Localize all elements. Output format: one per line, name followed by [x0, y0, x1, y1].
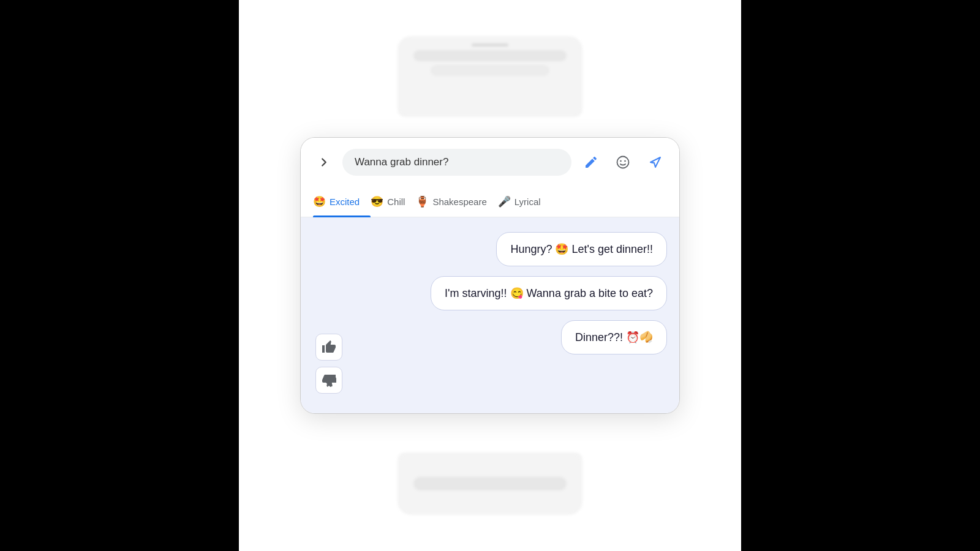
phone-top-row-1 — [413, 50, 567, 61]
shakespeare-emoji: 🏺 — [416, 195, 429, 208]
lyrical-emoji: 🎤 — [498, 195, 511, 208]
excited-label: Excited — [330, 197, 360, 207]
phone-bottom-inner — [413, 477, 567, 490]
tabs-bar: 🤩 Excited 😎 Chill 🏺 Shakespeare 🎤 Lyrica… — [301, 187, 679, 217]
input-bar: Wanna grab dinner? — [301, 138, 679, 187]
phone-top-inner — [405, 43, 575, 76]
shakespeare-label: Shakespeare — [432, 197, 486, 207]
edit-button[interactable] — [579, 150, 603, 174]
right-panel — [741, 0, 980, 551]
svg-point-0 — [617, 157, 629, 168]
svg-point-2 — [624, 160, 626, 162]
send-button[interactable] — [643, 150, 667, 174]
phone-top-row-2 — [431, 65, 550, 76]
phone-top-bar — [472, 43, 508, 47]
center-area: Wanna grab dinner? — [239, 0, 741, 551]
thumbs-down-button[interactable] — [315, 367, 342, 394]
message-bubble-3[interactable]: Dinner??! ⏰🥠 — [561, 320, 667, 354]
phone-bg-top — [398, 37, 582, 116]
chevron-right-icon — [317, 156, 331, 169]
tab-excited[interactable]: 🤩 Excited — [313, 187, 371, 217]
svg-line-4 — [650, 162, 654, 163]
chill-label: Chill — [387, 197, 405, 207]
thumbs-down-icon — [322, 373, 336, 388]
svg-point-1 — [620, 160, 622, 162]
emoji-icon — [616, 155, 630, 170]
back-button[interactable] — [313, 151, 335, 173]
thumbs-up-icon — [322, 340, 336, 354]
lyrical-label: Lyrical — [514, 197, 541, 207]
tab-shakespeare[interactable]: 🏺 Shakespeare — [416, 187, 497, 217]
tab-chill[interactable]: 😎 Chill — [371, 187, 416, 217]
send-icon — [647, 155, 662, 170]
scene: Wanna grab dinner? — [0, 0, 980, 551]
chill-emoji: 😎 — [371, 195, 383, 208]
left-panel — [0, 0, 239, 551]
message-bubble-2[interactable]: I'm starving!! 😋 Wanna grab a bite to ea… — [431, 276, 667, 310]
phone-bg-bottom — [398, 453, 582, 514]
message-bubble-1[interactable]: Hungry? 🤩 Let's get dinner!! — [496, 232, 667, 266]
excited-emoji: 🤩 — [313, 195, 326, 208]
thumbs-up-button[interactable] — [315, 334, 342, 361]
search-input[interactable]: Wanna grab dinner? — [342, 149, 571, 176]
edit-icon — [584, 155, 598, 170]
main-card: Wanna grab dinner? — [300, 137, 680, 414]
emoji-button[interactable] — [611, 150, 635, 174]
feedback-column — [315, 334, 342, 394]
tab-lyrical[interactable]: 🎤 Lyrical — [498, 187, 552, 217]
message-area: Hungry? 🤩 Let's get dinner!! I'm starvin… — [301, 217, 679, 413]
